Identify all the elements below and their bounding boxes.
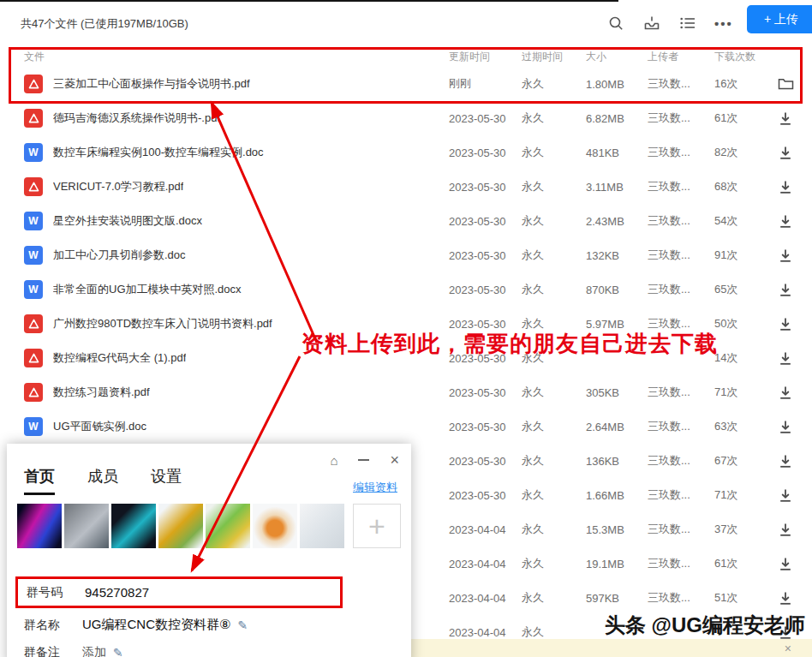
file-type-icon: W: [24, 246, 43, 265]
row-action[interactable]: [766, 454, 805, 469]
group-photo-thumbnail[interactable]: [253, 504, 297, 548]
row-action[interactable]: [766, 351, 805, 366]
column-header-expiry: 过期时间: [522, 50, 586, 64]
file-updated: 2023-04-04: [449, 626, 522, 639]
file-updated: 2023-05-30: [449, 386, 522, 399]
file-downloads: 68次: [714, 179, 766, 194]
file-row[interactable]: W 数控车床编程实例100-数控车编程实例.doc 2023-05-30 永久 …: [0, 135, 812, 170]
row-action[interactable]: [766, 385, 805, 400]
file-expiry: 永久: [522, 179, 586, 194]
group-photo-thumbnail[interactable]: [64, 504, 109, 548]
row-action[interactable]: [766, 488, 805, 503]
file-uploader: 三玖数...: [648, 282, 714, 297]
group-photo-thumbnail[interactable]: [206, 504, 250, 548]
file-updated: 2023-05-30: [449, 181, 522, 194]
group-number-row: 群号码 945270827: [15, 576, 343, 608]
file-row[interactable]: 三菱加工中心面板操作与指令说明书.pdf 刚刚 永久 1.80MB 三玖数...…: [0, 67, 812, 101]
file-expiry: 永久: [522, 624, 586, 640]
row-action[interactable]: [766, 283, 805, 297]
tab-settings[interactable]: 设置: [151, 466, 182, 495]
file-row[interactable]: W 加工中心刀具切削参数.doc 2023-05-30 永久 132KB 三玖数…: [0, 238, 812, 272]
file-downloads: 91次: [714, 248, 766, 263]
toolbar-icons: •••: [606, 14, 733, 33]
upload-button[interactable]: + 上传: [747, 5, 812, 33]
group-note-add-link[interactable]: 添加: [82, 645, 106, 657]
file-row[interactable]: W UG平面铣实例.doc 2023-05-30 永久 2.64MB 三玖数..…: [0, 409, 812, 444]
row-action[interactable]: [766, 146, 805, 160]
row-action[interactable]: [766, 248, 805, 263]
file-updated: 2023-04-04: [449, 523, 522, 536]
group-photo-thumbnail[interactable]: [158, 504, 203, 548]
close-icon[interactable]: ×: [390, 452, 399, 468]
file-expiry: 永久: [522, 248, 586, 263]
window-top-border: [0, 0, 618, 2]
edit-profile-link[interactable]: 编辑资料: [353, 480, 397, 495]
file-type-icon: [24, 349, 43, 367]
row-action[interactable]: [766, 111, 805, 126]
file-type-icon: [24, 109, 43, 128]
file-downloads: 82次: [714, 145, 766, 160]
row-action[interactable]: [766, 523, 805, 537]
group-photo-thumbnail[interactable]: [17, 504, 62, 548]
file-name: 数控练习题资料.pdf: [53, 385, 150, 400]
minimize-icon[interactable]: [358, 459, 369, 461]
file-downloads: 65次: [714, 282, 766, 297]
file-count-summary: 共47个文件 (已使用197MB/10GB): [21, 16, 188, 32]
file-row[interactable]: 数控练习题资料.pdf 2023-05-30 永久 305KB 三玖数... 7…: [0, 375, 812, 409]
file-size: 305KB: [586, 386, 648, 399]
file-downloads: 16次: [714, 76, 766, 92]
file-uploader: 三玖数...: [648, 385, 714, 400]
file-uploader: 三玖数...: [648, 213, 714, 229]
list-view-icon[interactable]: [678, 14, 697, 33]
edit-group-name-icon[interactable]: ✎: [237, 618, 248, 632]
file-name: 星空外挂安装说明图文版.docx: [53, 213, 202, 229]
inbox-icon[interactable]: [642, 14, 661, 33]
file-expiry: 永久: [522, 556, 586, 571]
add-photo-tile[interactable]: +: [353, 504, 401, 548]
home-icon[interactable]: ⌂: [330, 453, 337, 468]
tab-members[interactable]: 成员: [87, 466, 118, 495]
file-updated: 2023-05-30: [449, 421, 522, 433]
file-size: 2.64MB: [586, 421, 648, 433]
file-updated: 2023-05-30: [449, 455, 522, 468]
file-type-icon: [24, 314, 43, 333]
file-type-icon: W: [24, 417, 43, 436]
file-row[interactable]: W 非常全面的UG加工模块中英对照.docx 2023-05-30 永久 870…: [0, 272, 812, 307]
group-name-value: UG编程CNC数控资料群⑧: [82, 617, 230, 633]
group-photo-thumbnail[interactable]: [300, 504, 344, 548]
more-icon[interactable]: •••: [714, 14, 733, 33]
file-downloads: 51次: [714, 590, 766, 606]
row-action[interactable]: [766, 557, 805, 571]
file-downloads: 67次: [714, 453, 766, 469]
column-header-updated: 更新时间: [449, 50, 522, 64]
file-expiry: 永久: [522, 282, 586, 297]
row-action[interactable]: [766, 214, 805, 229]
file-name: UG平面铣实例.doc: [53, 419, 146, 434]
edit-group-note-icon[interactable]: ✎: [113, 646, 123, 657]
file-uploader: 三玖数...: [648, 419, 714, 434]
file-type-icon: [24, 75, 43, 93]
row-action[interactable]: [766, 317, 805, 331]
file-row[interactable]: W 星空外挂安装说明图文版.docx 2023-05-30 永久 2.43MB …: [0, 204, 812, 238]
file-size: 481KB: [586, 146, 648, 159]
row-action[interactable]: [766, 420, 805, 434]
column-header-file: 文件: [24, 50, 45, 64]
tab-home[interactable]: 首页: [24, 466, 55, 495]
file-name: VERICUT-7.0学习教程.pdf: [53, 179, 183, 194]
notification-strip: ×: [411, 639, 812, 657]
row-action[interactable]: [766, 77, 805, 91]
close-strip-icon[interactable]: ×: [785, 642, 791, 654]
group-name-row: 群名称 UG编程CNC数控资料群⑧ ✎: [24, 617, 248, 633]
annotation-text: 资料上传到此，需要的朋友自己进去下载: [302, 329, 718, 359]
group-photo-thumbnail[interactable]: [111, 504, 156, 548]
file-updated: 2023-05-30: [449, 112, 522, 125]
file-expiry: 永久: [522, 145, 586, 160]
file-uploader: 三玖数...: [648, 590, 714, 606]
row-action[interactable]: [766, 180, 805, 194]
file-row[interactable]: 德玛吉海德汉系统操作说明书-.pdf 2023-05-30 永久 6.82MB …: [0, 101, 812, 135]
row-action[interactable]: [766, 591, 805, 606]
file-uploader: 三玖数...: [648, 179, 714, 194]
file-row[interactable]: VERICUT-7.0学习教程.pdf 2023-05-30 永久 3.11MB…: [0, 170, 812, 204]
search-icon[interactable]: [606, 14, 625, 33]
file-expiry: 永久: [522, 453, 586, 469]
